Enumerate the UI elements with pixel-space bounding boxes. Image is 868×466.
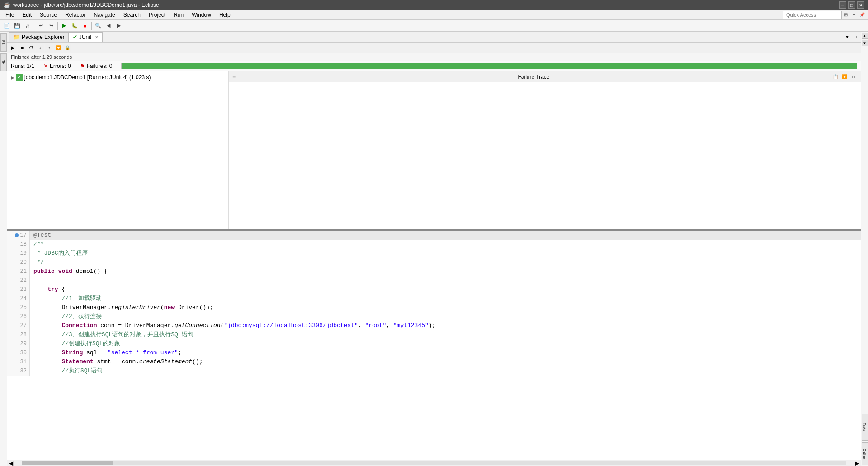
- junit-tab-close[interactable]: ✕: [95, 35, 99, 40]
- code-content-21: public void demo1() {: [30, 267, 111, 276]
- junit-stop-btn[interactable]: ■: [18, 44, 26, 52]
- menu-project[interactable]: Project: [145, 11, 169, 19]
- progress-bar-fill: [122, 63, 857, 69]
- toolbar-stop[interactable]: ■: [80, 21, 90, 31]
- toolbar-sep-2: [57, 22, 58, 30]
- code-content-32: //执行SQL语句: [30, 366, 106, 376]
- title-bar-controls[interactable]: ─ □ ✕: [839, 1, 864, 9]
- junit-filter-stack[interactable]: 🔽: [54, 44, 62, 52]
- right-panel-btn-2[interactable]: ▼: [862, 40, 868, 46]
- failure-trace-filter-btn[interactable]: 🔽: [841, 73, 848, 81]
- quick-access-input[interactable]: [783, 11, 842, 19]
- failure-trace-icons: 📋 🔽 □: [832, 73, 857, 81]
- menu-window[interactable]: Window: [188, 11, 215, 19]
- code-line-19: 19 * JDBC的入门程序: [7, 249, 861, 258]
- code-line-29: 29 //创建执行SQL的对象: [7, 339, 861, 348]
- toolbar-navigate-forward[interactable]: ▶: [114, 21, 124, 31]
- junit-split-view: ▶ ✔ jdbc.demo1.JDBCDemo1 [Runner: JUnit …: [7, 71, 861, 229]
- runs-value: 1/1: [27, 63, 34, 69]
- junit-tree-item[interactable]: ▶ ✔ jdbc.demo1.JDBCDemo1 [Runner: JUnit …: [9, 73, 226, 81]
- junit-status-text: Finished after 1.29 seconds: [11, 54, 72, 60]
- line-number-26: 26: [7, 312, 30, 321]
- code-content-25: DriverManager.registerDriver(new Driver(…: [30, 303, 217, 312]
- toolbar-debug[interactable]: 🐛: [70, 21, 80, 31]
- menu-navigate[interactable]: Navigate: [90, 11, 118, 19]
- line-number-21: 21: [7, 267, 30, 276]
- minimize-view-btn[interactable]: ▼: [844, 33, 851, 41]
- package-explorer-tab-icon: 📁: [13, 34, 20, 40]
- h-scroll-thumb[interactable]: [22, 461, 113, 465]
- toolbar-pin[interactable]: 📌: [858, 11, 866, 19]
- maximize-view-btn[interactable]: □: [852, 33, 859, 41]
- code-line-22: 22: [7, 276, 861, 285]
- code-content-22: [30, 276, 37, 285]
- left-side-icons: PE TH: [0, 32, 7, 466]
- menu-edit[interactable]: Edit: [19, 11, 35, 19]
- failure-trace-copy-btn[interactable]: 📋: [832, 73, 839, 81]
- code-line-20: 20 */: [7, 258, 861, 267]
- menu-file[interactable]: File: [2, 11, 18, 19]
- toolbar-redo[interactable]: ↪: [46, 21, 56, 31]
- line-number-23: 23: [7, 285, 30, 294]
- toolbar-sep-3: [91, 22, 92, 30]
- editor-area: 17 @Test 18 /** 19 * JDBC的入门程序 20 */: [7, 231, 861, 466]
- junit-tab-label: JUnit: [79, 34, 91, 40]
- menu-help[interactable]: Help: [216, 11, 234, 19]
- horizontal-scrollbar[interactable]: ◀ ▶: [7, 460, 861, 466]
- code-editor[interactable]: 17 @Test 18 /** 19 * JDBC的入门程序 20 */: [7, 231, 861, 460]
- line-number-28: 28: [7, 330, 30, 339]
- scroll-left-btn[interactable]: ◀: [7, 460, 15, 466]
- junit-history-btn[interactable]: ⏱: [27, 44, 35, 52]
- line-number-22: 22: [7, 276, 30, 285]
- menu-run[interactable]: Run: [170, 11, 187, 19]
- junit-status-bar: Finished after 1.29 seconds: [7, 53, 861, 61]
- toolbar-navigate-back[interactable]: ◀: [104, 21, 113, 31]
- package-explorer-icon[interactable]: PE: [0, 33, 7, 52]
- code-line-23: 23 try {: [7, 285, 861, 294]
- junit-rerun-btn[interactable]: ▶: [9, 44, 17, 52]
- maximize-button[interactable]: □: [848, 1, 855, 9]
- line-number-27: 27: [7, 321, 30, 330]
- junit-prev-failure[interactable]: ↑: [45, 44, 53, 52]
- toolbar-perspective-btn[interactable]: ⊞: [842, 11, 850, 19]
- toolbar-open-perspective[interactable]: +: [850, 11, 858, 19]
- toolbar-print[interactable]: 🖨: [23, 21, 33, 31]
- toolbar-undo[interactable]: ↩: [36, 21, 46, 31]
- right-side-panel: ▲ ▼ Tasks Outline: [861, 32, 868, 466]
- menu-search[interactable]: Search: [120, 11, 144, 19]
- toolbar-new[interactable]: 📄: [2, 21, 12, 31]
- line-number-29: 29: [7, 339, 30, 348]
- tree-expand-arrow[interactable]: ▶: [11, 75, 14, 80]
- junit-failure-trace: ≡ Failure Trace 📋 🔽 □: [229, 71, 861, 229]
- toolbar-run[interactable]: ▶: [59, 21, 69, 31]
- tab-junit[interactable]: ✔ JUnit ✕: [69, 32, 103, 42]
- toolbar-search[interactable]: 🔍: [93, 21, 103, 31]
- right-panel-btn-1[interactable]: ▲: [862, 33, 868, 39]
- junit-tree-content: ▶ ✔ jdbc.demo1.JDBCDemo1 [Runner: JUnit …: [7, 71, 228, 229]
- toolbar-save[interactable]: 💾: [12, 21, 22, 31]
- right-side-task-btn[interactable]: Tasks: [862, 414, 868, 441]
- errors-icon: ✕: [43, 63, 48, 69]
- code-content-17: @Test: [30, 231, 55, 240]
- code-line-17: 17 @Test: [7, 231, 861, 240]
- menu-refactor[interactable]: Refactor: [61, 11, 89, 19]
- type-hierarchy-icon[interactable]: TH: [0, 53, 7, 71]
- minimize-button[interactable]: ─: [839, 1, 846, 9]
- tab-package-explorer[interactable]: 📁 Package Explorer: [9, 32, 69, 42]
- junit-next-failure[interactable]: ↓: [36, 44, 44, 52]
- right-side-outline-btn[interactable]: Outline: [862, 442, 868, 465]
- junit-scroll-lock[interactable]: 🔒: [63, 44, 71, 52]
- failure-trace-expand-btn[interactable]: □: [850, 73, 857, 81]
- failure-trace-label: Failure Trace: [518, 74, 549, 80]
- close-button[interactable]: ✕: [857, 1, 864, 9]
- code-content-23: try {: [30, 285, 69, 294]
- code-content-24: //1、加载驱动: [30, 294, 105, 303]
- line-number-17: 17: [7, 231, 30, 240]
- code-line-26: 26 //2、获得连接: [7, 312, 861, 321]
- main-layout: PE TH 📁 Package Explorer ✔ JUnit ✕ ▼ □: [0, 32, 868, 466]
- scroll-right-btn[interactable]: ▶: [853, 460, 861, 466]
- h-scroll-track[interactable]: [22, 461, 846, 465]
- menu-source[interactable]: Source: [36, 11, 61, 19]
- breakpoint-17[interactable]: [15, 233, 19, 237]
- tab-bar: 📁 Package Explorer ✔ JUnit ✕ ▼ □: [7, 32, 861, 43]
